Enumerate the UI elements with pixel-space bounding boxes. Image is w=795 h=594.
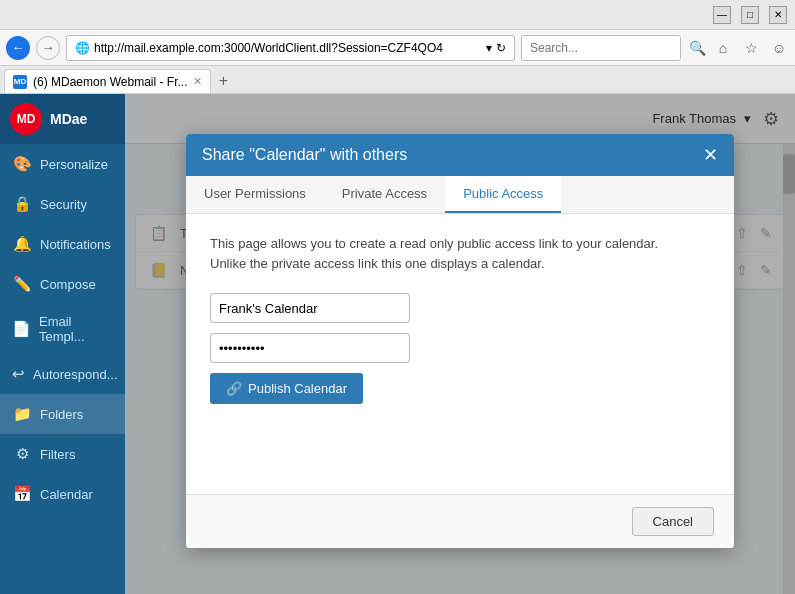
sidebar-label-security: Security: [40, 197, 87, 212]
password-input[interactable]: [210, 333, 410, 363]
minimize-button[interactable]: —: [713, 6, 731, 24]
dropdown-icon[interactable]: ▾: [486, 41, 492, 55]
notifications-icon: 🔔: [12, 234, 32, 254]
sidebar-item-folders[interactable]: 📁 Folders: [0, 394, 125, 434]
modal-footer: Cancel: [186, 494, 734, 548]
sidebar: MD MDae 🎨 Personalize 🔒 Security 🔔 Notif…: [0, 94, 125, 594]
sidebar-item-personalize[interactable]: 🎨 Personalize: [0, 144, 125, 184]
calendar-name-input[interactable]: [210, 293, 410, 323]
sidebar-label-calendar: Calendar: [40, 487, 93, 502]
address-input[interactable]: [94, 41, 482, 55]
maximize-button[interactable]: □: [741, 6, 759, 24]
address-bar: 🌐 ▾ ↻: [66, 35, 515, 61]
sidebar-item-email-templates[interactable]: 📄 Email Templ...: [0, 304, 125, 354]
publish-calendar-button[interactable]: 🔗 Publish Calendar: [210, 373, 363, 404]
tab-bar: MD (6) MDaemon Webmail - Fr... ✕ +: [0, 66, 795, 94]
modal-overlay: Share "Calendar" with others ✕ User Perm…: [125, 94, 795, 594]
sidebar-label-folders: Folders: [40, 407, 83, 422]
modal-body: This page allows you to create a read on…: [186, 214, 734, 494]
refresh-icon[interactable]: ↻: [496, 41, 506, 55]
window-chrome: — □ ✕: [0, 0, 795, 30]
cancel-button[interactable]: Cancel: [632, 507, 714, 536]
tab-private-access[interactable]: Private Access: [324, 176, 445, 213]
compose-icon: ✏️: [12, 274, 32, 294]
modal-tabs: User Permissions Private Access Public A…: [186, 176, 734, 214]
tab-close-button[interactable]: ✕: [193, 75, 202, 88]
sidebar-label-email-templates: Email Templ...: [39, 314, 113, 344]
sidebar-label-personalize: Personalize: [40, 157, 108, 172]
browser-tab[interactable]: MD (6) MDaemon Webmail - Fr... ✕: [4, 69, 211, 93]
search-icon[interactable]: 🔍: [687, 38, 707, 58]
security-icon: 🔒: [12, 194, 32, 214]
modal-title: Share "Calendar" with others: [202, 146, 407, 164]
modal-close-button[interactable]: ✕: [703, 146, 718, 164]
modal-dialog: Share "Calendar" with others ✕ User Perm…: [186, 134, 734, 548]
sidebar-header: MD MDae: [0, 94, 125, 144]
toolbar-icons: ⌂ ☆ ☺: [713, 38, 789, 58]
sidebar-item-calendar[interactable]: 📅 Calendar: [0, 474, 125, 514]
tab-user-permissions[interactable]: User Permissions: [186, 176, 324, 213]
app-area: MD MDae 🎨 Personalize 🔒 Security 🔔 Notif…: [0, 94, 795, 594]
tab-title: (6) MDaemon Webmail - Fr...: [33, 75, 187, 89]
folders-icon: 📁: [12, 404, 32, 424]
tab-favicon: MD: [13, 75, 27, 89]
window-controls: — □ ✕: [713, 6, 787, 24]
user-icon[interactable]: ☺: [769, 38, 789, 58]
tab-public-access[interactable]: Public Access: [445, 176, 561, 213]
sidebar-item-notifications[interactable]: 🔔 Notifications: [0, 224, 125, 264]
browser-toolbar: ← → 🌐 ▾ ↻ 🔍 ⌂ ☆ ☺: [0, 30, 795, 66]
sidebar-label-autorespond: Autorespond...: [33, 367, 118, 382]
forward-button[interactable]: →: [36, 36, 60, 60]
close-window-button[interactable]: ✕: [769, 6, 787, 24]
sidebar-item-compose[interactable]: ✏️ Compose: [0, 264, 125, 304]
modal-header: Share "Calendar" with others ✕: [186, 134, 734, 176]
search-input[interactable]: [521, 35, 681, 61]
main-content: Frank Thomas ▾ ⚙ 📋 Tasks ⇧ ✎ 📒 Notes ⇧ ✎: [125, 94, 795, 594]
logo-circle: MD: [10, 103, 42, 135]
publish-btn-label: Publish Calendar: [248, 381, 347, 396]
logo-text: MDae: [50, 111, 87, 127]
modal-description: This page allows you to create a read on…: [210, 234, 710, 273]
sidebar-item-autorespond[interactable]: ↩ Autorespond...: [0, 354, 125, 394]
new-tab-button[interactable]: +: [211, 69, 235, 93]
sidebar-item-security[interactable]: 🔒 Security: [0, 184, 125, 224]
autorespond-icon: ↩: [12, 364, 25, 384]
link-icon: 🔗: [226, 381, 242, 396]
filters-icon: ⚙: [12, 444, 32, 464]
address-icon: 🌐: [75, 41, 90, 55]
email-templates-icon: 📄: [12, 319, 31, 339]
personalize-icon: 🎨: [12, 154, 32, 174]
star-icon[interactable]: ☆: [741, 38, 761, 58]
sidebar-item-filters[interactable]: ⚙ Filters: [0, 434, 125, 474]
sidebar-label-notifications: Notifications: [40, 237, 111, 252]
sidebar-label-compose: Compose: [40, 277, 96, 292]
calendar-icon: 📅: [12, 484, 32, 504]
sidebar-label-filters: Filters: [40, 447, 75, 462]
back-button[interactable]: ←: [6, 36, 30, 60]
home-icon[interactable]: ⌂: [713, 38, 733, 58]
